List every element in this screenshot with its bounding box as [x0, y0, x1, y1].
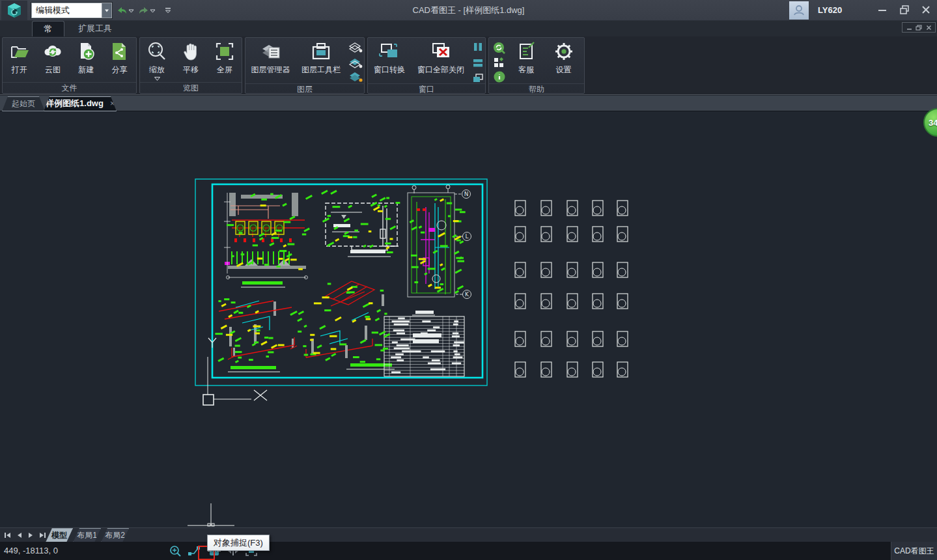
layer-manager-icon [260, 40, 282, 63]
doc-tab-sample-label: 样例图纸1.dwg [46, 98, 104, 108]
zoom-dropdown-icon[interactable] [154, 77, 160, 81]
pan-hand-icon [180, 40, 202, 63]
zoom-icon [146, 40, 168, 63]
svg-text:K: K [465, 291, 469, 298]
cad-isometric-center [306, 281, 395, 369]
close-all-windows-icon [430, 40, 452, 63]
pan-button[interactable]: 平移 [174, 40, 208, 76]
tile-horizontal-icon[interactable] [472, 57, 484, 68]
cloud-sync-icon [42, 40, 64, 63]
new-label: 新建 [78, 64, 94, 76]
layer-small-buttons [348, 40, 363, 83]
close-button[interactable] [917, 1, 934, 18]
customer-service-icon [515, 40, 537, 63]
group-label-help: 帮助 [489, 83, 584, 94]
doc-tab-sample-drawing[interactable]: 样例图纸1.dwg× [44, 96, 117, 111]
close-all-windows-label: 窗口全部关闭 [417, 64, 464, 76]
customer-service-button[interactable]: 客服 [509, 40, 543, 76]
statusbar: 449, -18113, 0 [0, 542, 937, 560]
group-label-layer: 图层 [245, 83, 364, 94]
open-label: 打开 [12, 64, 27, 76]
layout-tab-layout1[interactable]: 布局1 [73, 528, 101, 542]
tab-extended-tools[interactable]: 扩展工具 [69, 21, 121, 36]
prev-layout-icon[interactable] [17, 532, 22, 539]
layer-manager-label: 图层管理器 [251, 64, 290, 76]
last-layout-icon[interactable] [39, 532, 46, 539]
doc-tab-start-label: 起始页 [12, 99, 35, 108]
restore-button[interactable] [896, 1, 913, 18]
ribbon-group-file: 打开 云图 [2, 37, 137, 94]
customize-toolbar-icon[interactable] [165, 5, 171, 16]
ribbon-tab-row: 常用 扩展工具 [0, 21, 937, 36]
statusbar-app-name: CAD看图王 [891, 542, 937, 560]
object-snap-tooltip: 对象捕捉(F3) [207, 535, 270, 551]
next-layout-icon[interactable] [28, 532, 33, 539]
check-update-icon[interactable] [493, 42, 506, 55]
fullscreen-icon [214, 40, 236, 63]
about-info-icon[interactable] [493, 70, 506, 83]
new-button[interactable]: 新建 [70, 40, 103, 76]
user-avatar[interactable] [789, 1, 809, 20]
customer-service-label: 客服 [518, 64, 534, 76]
redo-dropdown-icon[interactable] [150, 5, 156, 16]
layer-toolbar-label: 图层工具栏 [301, 64, 341, 76]
zoom-button[interactable]: 缩放 [140, 40, 174, 81]
coordinates-readout: 449, -18113, 0 [4, 542, 58, 560]
cascade-windows-icon[interactable] [472, 73, 484, 83]
cad-viewer-app: 编辑模式 CAD看图王 - [样例图纸1.dwg] LY620 [0, 0, 937, 560]
new-file-icon [75, 40, 97, 63]
tab-common[interactable]: 常用 [32, 21, 64, 36]
close-all-windows-button[interactable]: 窗口全部关闭 [411, 40, 471, 76]
open-button[interactable]: 打开 [3, 40, 36, 76]
window-switch-button[interactable]: 窗口转换 [369, 40, 410, 76]
redo-button[interactable] [138, 5, 149, 16]
titlebar: 编辑模式 CAD看图王 - [样例图纸1.dwg] LY620 [0, 0, 937, 21]
svg-text:L: L [465, 233, 468, 240]
cad-drawing: NLK [0, 111, 937, 527]
document-tab-bar: 起始页 样例图纸1.dwg× [0, 96, 937, 111]
drawing-canvas[interactable]: NLK [0, 111, 937, 527]
layer-lock-icon[interactable] [348, 71, 363, 83]
minimize-button[interactable] [874, 1, 891, 18]
doc-tab-close-icon[interactable]: × [110, 99, 115, 108]
ribbon: 打开 云图 [0, 36, 937, 95]
cad-elevation-view [224, 193, 308, 287]
pan-label: 平移 [183, 64, 199, 76]
edit-mode-select[interactable]: 编辑模式 [31, 3, 112, 18]
ribbon-group-view: 缩放 平移 [139, 37, 242, 94]
group-label-window: 窗口 [368, 83, 485, 94]
share-button[interactable]: 分享 [103, 40, 136, 76]
zoom-toggle-icon[interactable] [169, 545, 182, 557]
settings-label: 设置 [556, 64, 572, 76]
cloud-button[interactable]: 云图 [36, 40, 69, 76]
fullscreen-label: 全屏 [217, 64, 232, 76]
undo-button[interactable] [117, 5, 128, 16]
group-label-view: 览图 [140, 82, 242, 93]
layout-tab-row: 模型 布局1 布局2 [0, 527, 937, 542]
username-label[interactable]: LY620 [818, 0, 842, 21]
edit-mode-value: 编辑模式 [32, 5, 102, 16]
undo-dropdown-icon[interactable] [128, 5, 134, 16]
mdi-minimize-icon[interactable] [906, 25, 912, 31]
settings-gear-icon [553, 40, 575, 63]
share-label: 分享 [111, 64, 127, 76]
layout-tab-model[interactable]: 模型 [46, 528, 73, 542]
feature-grid-icon[interactable] [493, 57, 505, 68]
doc-tab-start-page[interactable]: 起始页 [2, 96, 45, 111]
cad-fixture-grid [515, 201, 628, 377]
layout-nav-buttons [4, 528, 46, 542]
mdi-restore-icon[interactable] [916, 25, 922, 31]
app-logo-icon[interactable] [1, 1, 27, 20]
zoom-label: 缩放 [149, 64, 165, 76]
fullscreen-button[interactable]: 全屏 [208, 40, 242, 76]
tile-vertical-icon[interactable] [472, 42, 484, 52]
combo-dropdown-icon[interactable] [102, 3, 111, 18]
layer-toolbar-button[interactable]: 图层工具栏 [296, 40, 346, 76]
settings-button[interactable]: 设置 [547, 40, 581, 76]
layer-on-icon[interactable] [348, 42, 363, 54]
first-layout-icon[interactable] [4, 532, 11, 539]
layout-tab-layout2[interactable]: 布局2 [101, 528, 129, 542]
layer-manager-button[interactable]: 图层管理器 [247, 40, 294, 76]
layer-freeze-icon[interactable] [348, 57, 363, 69]
mdi-close-icon[interactable] [926, 25, 932, 31]
